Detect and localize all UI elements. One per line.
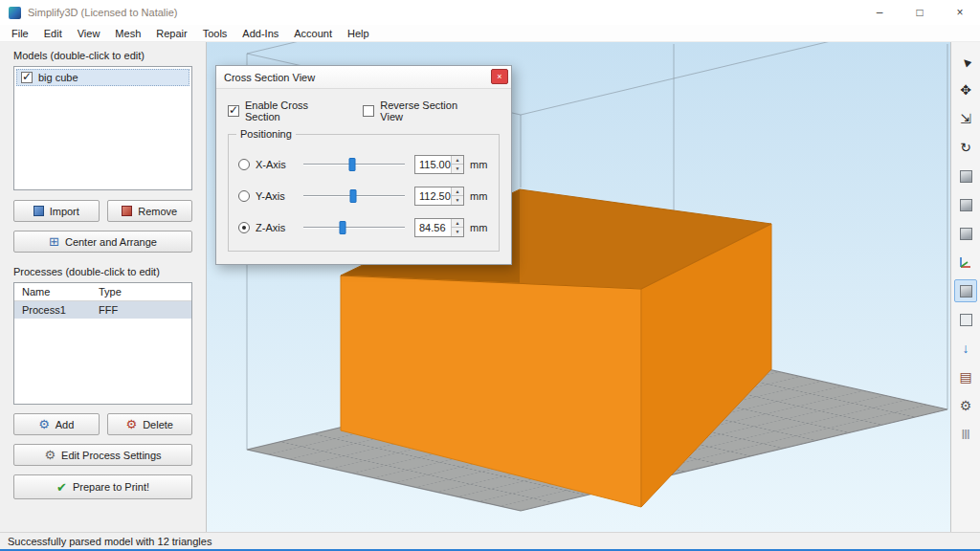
process-table[interactable]: Name Type Process1 FFF [13,282,192,405]
model-visibility-checkbox[interactable] [21,72,33,83]
remove-icon [122,206,132,216]
dialog-title-bar[interactable]: Cross Section View × [216,66,511,89]
remove-button[interactable]: Remove [107,200,193,222]
x-axis-slider[interactable] [303,157,405,172]
machine-settings-button[interactable]: ⚙ [954,394,977,417]
x-axis-row: X-Axis 115.00 ▲ ▼ mm [238,148,489,180]
layers-view-button[interactable]: ▤ [954,365,977,388]
window-title: Simplify3D (Licensed to Natalie) [28,7,178,18]
x-axis-radio[interactable] [238,159,250,170]
select-tool-button[interactable]: ▲ [954,50,977,73]
x-spin-down-button[interactable]: ▼ [452,165,463,173]
import-button[interactable]: Import [13,200,100,222]
menu-add-ins[interactable]: Add-Ins [234,25,286,42]
menu-repair[interactable]: Repair [148,25,194,42]
reverse-section-option[interactable]: Reverse Section View [363,99,467,122]
window-controls: – □ × [859,0,980,25]
menu-account[interactable]: Account [286,25,340,42]
center-and-arrange-button[interactable]: ⊞ Center and Arrange [13,231,192,253]
y-slider-handle[interactable] [349,189,356,203]
menu-bar: File Edit View Mesh Repair Tools Add-Ins… [0,25,980,42]
y-axis-slider[interactable] [303,188,405,204]
add-process-button[interactable]: ⚙ Add [13,413,100,435]
scale-tool-button[interactable]: ⇲ [954,107,977,130]
menu-view[interactable]: View [70,25,108,42]
z-slider-handle[interactable] [340,221,346,234]
x-slider-handle[interactable] [348,158,355,171]
x-axis-unit: mm [470,159,489,170]
edit-process-settings-button[interactable]: ⚙ Edit Process Settings [13,444,192,466]
enable-cross-section-option[interactable]: Enable Cross Section [228,99,330,122]
center-arrange-icon: ⊞ [49,234,59,249]
cross-section-cube-icon [960,285,972,298]
layers-icon: ▤ [959,369,971,385]
menu-edit[interactable]: Edit [36,25,70,42]
minimize-button[interactable]: – [859,0,900,25]
y-axis-spinbox[interactable]: 112.50 ▲ ▼ [414,187,464,206]
z-slider-track [303,227,405,229]
menu-file[interactable]: File [4,25,36,42]
enable-cross-section-checkbox[interactable] [228,105,239,117]
positioning-group: Positioning X-Axis 115.00 ▲ ▼ [228,134,500,252]
top-view-button[interactable] [954,193,977,216]
view-cube-icon [960,170,972,183]
scale-arrow-icon: ⇲ [960,111,971,126]
drop-to-bed-button[interactable]: ↓ [954,337,977,360]
z-axis-radio[interactable] [238,222,250,233]
delete-process-button[interactable]: ⚙ Delete [107,413,193,435]
axes-icon [958,254,973,270]
process-row[interactable]: Process1 FFF [14,301,191,319]
viewport-3d[interactable]: Cross Section View × Enable Cross Sectio… [207,42,950,532]
cursor-arrow-icon: ▲ [956,52,975,71]
default-view-button[interactable] [954,165,977,187]
y-spin-down-button[interactable]: ▼ [452,196,463,205]
wireframe-view-button[interactable] [954,308,977,331]
y-axis-unit: mm [470,190,489,202]
process-type-cell: FFF [95,304,191,316]
reverse-section-checkbox[interactable] [363,105,374,117]
dialog-close-button[interactable]: × [491,69,508,84]
models-list[interactable]: big cube [13,66,192,190]
check-icon: ✔ [56,480,67,495]
y-spin-up-button[interactable]: ▲ [452,187,463,197]
cross-section-tool-button[interactable] [954,279,977,302]
z-axis-label: Z-Axis [256,222,294,233]
support-pillars-icon: Ⅲ [961,427,970,442]
close-button[interactable]: × [940,0,980,25]
wireframe-cube-icon [960,314,972,326]
x-axis-spinbox[interactable]: 115.00 ▲ ▼ [414,155,464,174]
model-list-item[interactable]: big cube [16,69,189,86]
front-view-button[interactable] [954,222,977,245]
x-spin-up-button[interactable]: ▲ [452,156,463,165]
y-axis-row: Y-Axis 112.50 ▲ ▼ mm [238,180,489,211]
status-bar: Successfully parsed model with 12 triang… [0,532,980,549]
y-axis-radio[interactable] [238,190,250,202]
menu-mesh[interactable]: Mesh [107,25,148,42]
z-axis-slider[interactable] [303,220,405,235]
view-toolbar: ▲ ✥ ⇲ ↻ ↓ ▤ ⚙ Ⅲ [950,42,980,532]
support-structures-button[interactable]: Ⅲ [954,423,977,446]
z-axis-row: Z-Axis 84.56 ▲ ▼ mm [238,211,489,243]
app-logo-icon [9,7,21,19]
rotate-arrow-icon: ↻ [960,140,971,155]
menu-tools[interactable]: Tools [195,25,235,42]
menu-help[interactable]: Help [340,25,377,42]
add-gear-icon: ⚙ [38,417,50,431]
z-spin-up-button[interactable]: ▲ [452,219,463,229]
z-axis-unit: mm [470,222,489,233]
cross-section-dialog: Cross Section View × Enable Cross Sectio… [215,65,512,265]
coordinate-axes-button[interactable] [954,251,977,274]
prepare-to-print-button[interactable]: ✔ Prepare to Print! [13,474,192,499]
dialog-title: Cross Section View [224,72,315,83]
models-processes-panel: Models (double-click to edit) big cube I… [0,42,207,532]
rotate-tool-button[interactable]: ↻ [954,136,977,159]
z-axis-spinbox[interactable]: 84.56 ▲ ▼ [414,218,464,237]
status-message: Successfully parsed model with 12 triang… [8,536,212,547]
z-spin-down-button[interactable]: ▼ [452,228,463,236]
maximize-button[interactable]: □ [900,0,940,25]
move-tool-button[interactable]: ✥ [954,78,977,101]
down-arrow-icon: ↓ [963,341,969,356]
dialog-body: Enable Cross Section Reverse Section Vie… [216,89,511,264]
app-window: Simplify3D (Licensed to Natalie) – □ × F… [0,0,980,551]
x-axis-label: X-Axis [256,159,294,170]
